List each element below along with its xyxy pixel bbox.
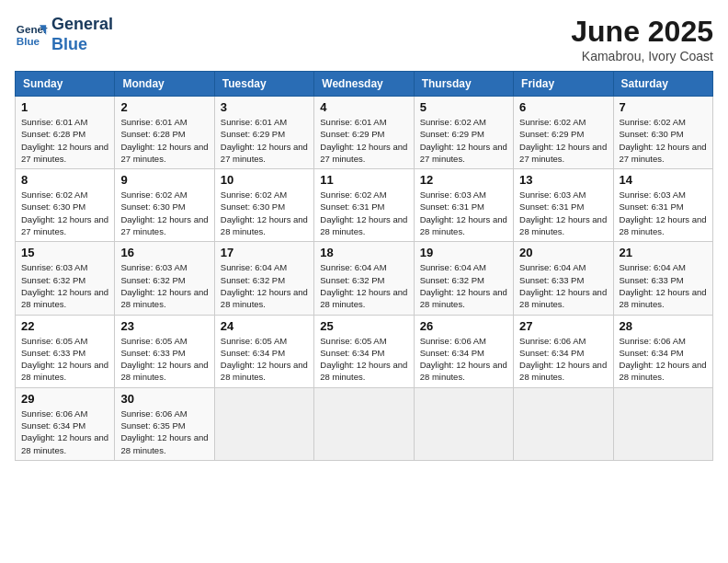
day-number: 16: [120, 246, 208, 259]
calendar-cell: 11 Sunrise: 6:02 AM Sunset: 6:31 PM Dayl…: [314, 169, 414, 242]
day-info: Sunrise: 6:03 AM Sunset: 6:32 PM Dayligh…: [21, 261, 108, 310]
day-info: Sunrise: 6:05 AM Sunset: 6:34 PM Dayligh…: [320, 335, 407, 384]
calendar-cell: 15 Sunrise: 6:03 AM Sunset: 6:32 PM Dayl…: [16, 242, 115, 315]
calendar-week-row: 1 Sunrise: 6:01 AM Sunset: 6:28 PM Dayli…: [16, 97, 713, 169]
calendar-table: SundayMondayTuesdayWednesdayThursdayFrid…: [15, 71, 713, 461]
day-number: 11: [320, 173, 407, 187]
calendar-cell: 6 Sunrise: 6:02 AM Sunset: 6:29 PM Dayli…: [514, 97, 613, 169]
day-number: 17: [221, 246, 308, 259]
day-number: 30: [120, 392, 208, 406]
calendar-cell: 5 Sunrise: 6:02 AM Sunset: 6:29 PM Dayli…: [414, 97, 513, 169]
calendar-cell: 18 Sunrise: 6:04 AM Sunset: 6:32 PM Dayl…: [314, 242, 414, 315]
calendar-cell: 12 Sunrise: 6:03 AM Sunset: 6:31 PM Dayl…: [414, 169, 513, 242]
day-info: Sunrise: 6:02 AM Sunset: 6:30 PM Dayligh…: [620, 116, 707, 165]
location-title: Kamabrou, Ivory Coast: [571, 49, 713, 63]
day-number: 9: [120, 173, 208, 187]
calendar-cell: 17 Sunrise: 6:04 AM Sunset: 6:32 PM Dayl…: [214, 242, 313, 315]
header-monday: Monday: [115, 72, 214, 97]
calendar-cell: 20 Sunrise: 6:04 AM Sunset: 6:33 PM Dayl…: [514, 242, 613, 315]
calendar-week-row: 29 Sunrise: 6:06 AM Sunset: 6:34 PM Dayl…: [16, 387, 713, 460]
day-number: 1: [21, 100, 108, 114]
day-number: 26: [420, 319, 507, 333]
calendar-week-row: 8 Sunrise: 6:02 AM Sunset: 6:30 PM Dayli…: [16, 169, 713, 242]
calendar-cell: 2 Sunrise: 6:01 AM Sunset: 6:28 PM Dayli…: [115, 97, 214, 169]
day-info: Sunrise: 6:02 AM Sunset: 6:30 PM Dayligh…: [221, 189, 308, 237]
day-info: Sunrise: 6:01 AM Sunset: 6:28 PM Dayligh…: [120, 116, 208, 165]
day-number: 21: [620, 246, 707, 259]
calendar-cell: 7 Sunrise: 6:02 AM Sunset: 6:30 PM Dayli…: [613, 97, 712, 169]
day-info: Sunrise: 6:03 AM Sunset: 6:31 PM Dayligh…: [420, 189, 507, 237]
calendar-cell: 30 Sunrise: 6:06 AM Sunset: 6:35 PM Dayl…: [115, 387, 214, 460]
calendar-cell: [514, 387, 613, 460]
day-info: Sunrise: 6:06 AM Sunset: 6:35 PM Dayligh…: [120, 408, 208, 456]
calendar-cell: 28 Sunrise: 6:06 AM Sunset: 6:34 PM Dayl…: [613, 315, 712, 387]
page-header: General Blue General Blue June 2025 Kama…: [15, 15, 713, 63]
day-number: 15: [21, 246, 108, 259]
day-number: 5: [420, 100, 507, 114]
calendar-header-row: SundayMondayTuesdayWednesdayThursdayFrid…: [16, 72, 713, 97]
day-number: 22: [21, 319, 108, 333]
day-number: 24: [221, 319, 308, 333]
day-number: 12: [420, 173, 507, 187]
calendar-cell: 22 Sunrise: 6:05 AM Sunset: 6:33 PM Dayl…: [16, 315, 115, 387]
day-info: Sunrise: 6:04 AM Sunset: 6:32 PM Dayligh…: [320, 261, 407, 310]
header-sunday: Sunday: [16, 72, 115, 97]
day-info: Sunrise: 6:06 AM Sunset: 6:34 PM Dayligh…: [21, 408, 108, 456]
day-info: Sunrise: 6:02 AM Sunset: 6:29 PM Dayligh…: [420, 116, 507, 165]
month-title: June 2025: [571, 15, 713, 49]
day-info: Sunrise: 6:06 AM Sunset: 6:34 PM Dayligh…: [620, 335, 707, 384]
calendar-cell: 27 Sunrise: 6:06 AM Sunset: 6:34 PM Dayl…: [514, 315, 613, 387]
calendar-cell: 4 Sunrise: 6:01 AM Sunset: 6:29 PM Dayli…: [314, 97, 414, 169]
calendar-cell: 8 Sunrise: 6:02 AM Sunset: 6:30 PM Dayli…: [16, 169, 115, 242]
calendar-cell: 3 Sunrise: 6:01 AM Sunset: 6:29 PM Dayli…: [214, 97, 313, 169]
day-info: Sunrise: 6:05 AM Sunset: 6:33 PM Dayligh…: [21, 335, 108, 384]
day-number: 25: [320, 319, 407, 333]
day-info: Sunrise: 6:04 AM Sunset: 6:33 PM Dayligh…: [519, 261, 607, 310]
day-number: 20: [519, 246, 607, 259]
logo-icon: General Blue: [15, 18, 48, 52]
day-info: Sunrise: 6:05 AM Sunset: 6:33 PM Dayligh…: [120, 335, 208, 384]
calendar-cell: [314, 387, 414, 460]
day-number: 19: [420, 246, 507, 259]
day-info: Sunrise: 6:06 AM Sunset: 6:34 PM Dayligh…: [420, 335, 507, 384]
svg-text:Blue: Blue: [17, 34, 40, 46]
logo: General Blue General Blue: [15, 15, 113, 54]
logo-text-blue: Blue: [51, 35, 113, 55]
day-number: 27: [519, 319, 607, 333]
day-number: 13: [519, 173, 607, 187]
day-number: 6: [519, 100, 607, 114]
calendar-cell: [613, 387, 712, 460]
day-number: 28: [620, 319, 707, 333]
calendar-cell: 13 Sunrise: 6:03 AM Sunset: 6:31 PM Dayl…: [514, 169, 613, 242]
day-number: 4: [320, 100, 407, 114]
day-info: Sunrise: 6:03 AM Sunset: 6:32 PM Dayligh…: [120, 261, 208, 310]
calendar-cell: 14 Sunrise: 6:03 AM Sunset: 6:31 PM Dayl…: [613, 169, 712, 242]
day-info: Sunrise: 6:01 AM Sunset: 6:28 PM Dayligh…: [21, 116, 108, 165]
calendar-cell: 26 Sunrise: 6:06 AM Sunset: 6:34 PM Dayl…: [414, 315, 513, 387]
calendar-cell: [214, 387, 313, 460]
day-info: Sunrise: 6:04 AM Sunset: 6:33 PM Dayligh…: [620, 261, 707, 310]
day-info: Sunrise: 6:02 AM Sunset: 6:30 PM Dayligh…: [120, 189, 208, 237]
header-wednesday: Wednesday: [314, 72, 414, 97]
day-info: Sunrise: 6:01 AM Sunset: 6:29 PM Dayligh…: [320, 116, 407, 165]
day-number: 10: [221, 173, 308, 187]
day-number: 8: [21, 173, 108, 187]
day-number: 7: [620, 100, 707, 114]
day-info: Sunrise: 6:02 AM Sunset: 6:30 PM Dayligh…: [21, 189, 108, 237]
day-info: Sunrise: 6:03 AM Sunset: 6:31 PM Dayligh…: [519, 189, 607, 237]
calendar-week-row: 15 Sunrise: 6:03 AM Sunset: 6:32 PM Dayl…: [16, 242, 713, 315]
calendar-cell: 1 Sunrise: 6:01 AM Sunset: 6:28 PM Dayli…: [16, 97, 115, 169]
day-info: Sunrise: 6:06 AM Sunset: 6:34 PM Dayligh…: [519, 335, 607, 384]
logo-text-general: General: [51, 15, 113, 35]
day-number: 18: [320, 246, 407, 259]
day-info: Sunrise: 6:04 AM Sunset: 6:32 PM Dayligh…: [221, 261, 308, 310]
calendar-cell: 9 Sunrise: 6:02 AM Sunset: 6:30 PM Dayli…: [115, 169, 214, 242]
day-info: Sunrise: 6:02 AM Sunset: 6:29 PM Dayligh…: [519, 116, 607, 165]
day-info: Sunrise: 6:02 AM Sunset: 6:31 PM Dayligh…: [320, 189, 407, 237]
day-info: Sunrise: 6:01 AM Sunset: 6:29 PM Dayligh…: [221, 116, 308, 165]
calendar-cell: 19 Sunrise: 6:04 AM Sunset: 6:32 PM Dayl…: [414, 242, 513, 315]
day-number: 23: [120, 319, 208, 333]
header-friday: Friday: [514, 72, 613, 97]
day-info: Sunrise: 6:04 AM Sunset: 6:32 PM Dayligh…: [420, 261, 507, 310]
calendar-cell: 29 Sunrise: 6:06 AM Sunset: 6:34 PM Dayl…: [16, 387, 115, 460]
